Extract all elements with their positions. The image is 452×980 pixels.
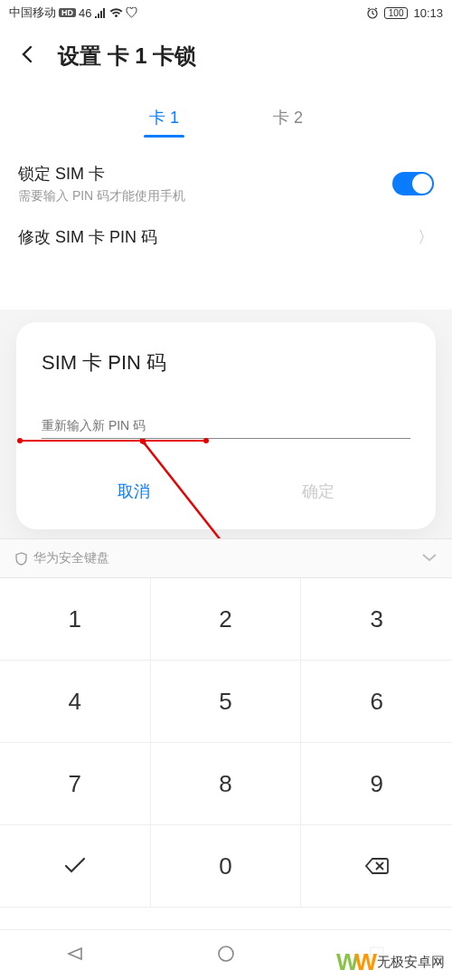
key-0[interactable]: 0 <box>151 825 302 908</box>
signal-icon <box>94 7 107 18</box>
watermark-text: 无极安卓网 <box>377 954 445 971</box>
shield-icon <box>14 552 28 566</box>
key-1[interactable]: 1 <box>0 578 151 661</box>
sim-tabs: 卡 1 卡 2 <box>0 92 452 136</box>
settings-list: 锁定 SIM 卡 需要输入 PIN 码才能使用手机 修改 SIM 卡 PIN 码… <box>0 136 452 259</box>
key-7[interactable]: 7 <box>0 743 151 825</box>
alarm-icon <box>366 6 379 19</box>
numeric-keypad: 1 2 3 4 5 6 7 8 9 0 <box>0 578 452 908</box>
nav-home-icon[interactable] <box>216 944 236 967</box>
dialog-title: SIM 卡 PIN 码 <box>42 349 410 376</box>
pin-dialog: SIM 卡 PIN 码 取消 确定 <box>16 322 436 529</box>
lock-sim-sub: 需要输入 PIN 码才能使用手机 <box>18 188 185 205</box>
lock-sim-row[interactable]: 锁定 SIM 卡 需要输入 PIN 码才能使用手机 <box>18 152 434 215</box>
wifi-icon <box>109 7 123 18</box>
pin-input[interactable] <box>42 413 410 439</box>
nav-back-icon[interactable] <box>65 944 85 967</box>
tab-sim2[interactable]: 卡 2 <box>264 100 312 136</box>
key-backspace[interactable] <box>301 825 452 908</box>
key-5[interactable]: 5 <box>151 661 302 743</box>
page-title: 设置 卡 1 卡锁 <box>58 42 196 71</box>
key-2[interactable]: 2 <box>151 578 302 661</box>
tab-sim1[interactable]: 卡 1 <box>140 100 188 136</box>
confirm-button[interactable]: 确定 <box>226 468 410 515</box>
key-done[interactable] <box>0 825 151 908</box>
carrier-label: 中国移动 <box>9 5 56 21</box>
svg-point-5 <box>219 947 233 961</box>
key-6[interactable]: 6 <box>301 661 452 743</box>
cancel-button[interactable]: 取消 <box>42 468 226 515</box>
status-bar: 中国移动 HD 46 100 10:13 <box>0 0 452 25</box>
heart-icon <box>126 7 137 18</box>
watermark: WW 无极安卓网 <box>333 947 448 978</box>
keyboard-label: 华为安全键盘 <box>33 550 109 566</box>
status-left: 中国移动 HD 46 <box>9 5 137 21</box>
watermark-logo: WW <box>336 948 373 976</box>
clock-time: 10:13 <box>413 6 443 20</box>
hd-badge: HD <box>59 8 76 17</box>
collapse-keyboard-icon[interactable] <box>421 550 438 566</box>
net-label: 46 <box>79 6 91 20</box>
key-4[interactable]: 4 <box>0 661 151 743</box>
keyboard-header: 华为安全键盘 <box>0 538 452 578</box>
lock-sim-title: 锁定 SIM 卡 <box>18 163 185 185</box>
status-right: 100 10:13 <box>366 6 443 20</box>
chevron-right-icon: 〉 <box>418 226 434 248</box>
page-header: 设置 卡 1 卡锁 <box>0 25 452 92</box>
battery-level: 100 <box>384 7 409 19</box>
lock-sim-toggle[interactable] <box>392 172 434 195</box>
key-3[interactable]: 3 <box>301 578 452 661</box>
key-8[interactable]: 8 <box>151 743 302 825</box>
key-9[interactable]: 9 <box>301 743 452 825</box>
back-button[interactable] <box>18 44 38 68</box>
change-pin-row[interactable]: 修改 SIM 卡 PIN 码 〉 <box>18 215 434 259</box>
change-pin-title: 修改 SIM 卡 PIN 码 <box>18 226 157 248</box>
